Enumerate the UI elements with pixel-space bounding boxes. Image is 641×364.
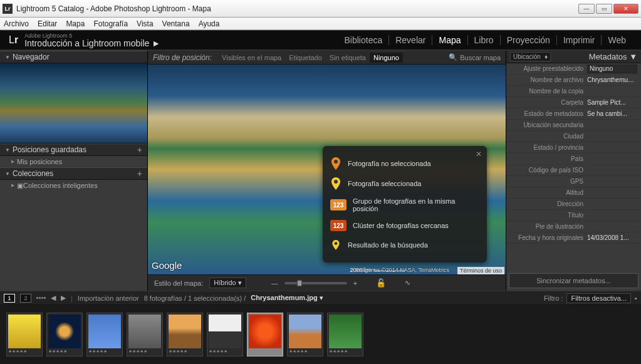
app-icon: Lr <box>3 4 13 14</box>
thumbnail[interactable]: ★★★★★ <box>86 313 123 356</box>
metadata-set-select[interactable]: Ubicación ♦ <box>510 52 551 61</box>
titlebar: Lr Lightroom 5 Catalog - Adobe Photoshop… <box>0 0 641 18</box>
metadata-value[interactable]: Se ha cambi... <box>587 110 637 117</box>
menu-ventana[interactable]: Ventana <box>162 19 190 28</box>
module-biblioteca[interactable]: Biblioteca <box>338 35 390 45</box>
right-panel: Ubicación ♦ Metadatos ▼ Ajuste preestabl… <box>506 51 641 291</box>
minimize-button[interactable]: — <box>578 4 595 14</box>
navigator-header[interactable]: ▼Navegador <box>0 51 147 63</box>
map-view[interactable]: ✕ Fotografía no seleccionadaFotografía s… <box>148 65 506 274</box>
add-collection-icon[interactable]: + <box>137 169 142 179</box>
thumbnail[interactable]: ★★★★★ <box>207 313 243 356</box>
menu-vista[interactable]: Vista <box>137 19 153 28</box>
metadata-value[interactable]: Chrysanthemum.jpg <box>587 76 637 83</box>
pin-icon <box>330 177 341 190</box>
thumbnail[interactable]: ★★★★★ <box>167 313 203 356</box>
menu-archivo[interactable]: Archivo <box>4 19 29 28</box>
legend-row: Fotografía seleccionada <box>330 174 479 194</box>
close-button[interactable]: ✕ <box>613 4 638 14</box>
zoom-slider[interactable] <box>284 282 347 284</box>
module-imprimir[interactable]: Imprimir <box>557 35 602 45</box>
metadata-row: Altitud <box>506 187 641 199</box>
filter-label: Filtro : <box>544 294 563 302</box>
svg-point-2 <box>335 242 338 245</box>
saved-positions-header[interactable]: ▼Posiciones guardadas+ <box>0 143 147 156</box>
menu-mapa[interactable]: Mapa <box>66 19 85 28</box>
metadata-row: Ciudad <box>506 131 641 142</box>
nav-back-icon[interactable]: ◀ <box>51 294 56 302</box>
screen-2-button[interactable]: 2 <box>20 294 31 303</box>
saved-positions-item[interactable]: ▶Mis posiciones <box>0 156 147 167</box>
metadata-preset-select[interactable]: Ninguno <box>587 65 637 73</box>
location-filter-bar: Filtro de posición: Visibles en el mapaE… <box>148 51 506 65</box>
metadata-row: País <box>506 153 641 165</box>
source-label[interactable]: Importación anterior <box>78 294 139 302</box>
collections-header[interactable]: ▼Colecciones+ <box>0 167 147 180</box>
pin-icon <box>331 240 340 250</box>
metadata-preset-row: Ajuste preestablecido Ninguno <box>506 63 641 75</box>
pin-icon <box>330 157 341 170</box>
metadata-row: Ubicación secundaria <box>506 120 641 131</box>
grid-icon[interactable] <box>36 297 46 299</box>
map-toolbar: Estilo del mapa: Híbrido ▾ — + 🔓 ∿ <box>148 274 506 291</box>
map-terms[interactable]: Términos de uso <box>457 267 504 274</box>
cluster-icon: 123 <box>330 220 347 231</box>
legend-row: Fotografía no seleccionada <box>330 153 479 174</box>
metadata-value[interactable]: 14/03/2008 1... <box>587 234 637 241</box>
filter-select[interactable]: Filtros desactiva... <box>566 293 631 303</box>
thumbnail[interactable]: ★★★★★ <box>327 313 363 356</box>
module-libro[interactable]: Libro <box>468 35 501 45</box>
current-file[interactable]: Chrysanthemum.jpg ▾ <box>251 294 323 302</box>
filter-opt[interactable]: Etiquetado <box>285 53 326 63</box>
metadata-row: Estado de metadatosSe ha cambi... <box>506 108 641 120</box>
nav-fwd-icon[interactable]: ▶ <box>61 294 66 302</box>
filter-opt[interactable]: Visibles en el mapa <box>218 53 285 63</box>
metadata-row: Título <box>506 210 641 221</box>
map-search[interactable]: 🔍 Buscar mapa <box>449 53 501 61</box>
maximize-button[interactable]: ▭ <box>596 4 612 14</box>
module-revelar[interactable]: Revelar <box>389 35 432 45</box>
module-mapa[interactable]: Mapa <box>432 35 467 45</box>
count-label: 8 fotografías / 1 seleccionada(s) / <box>144 294 246 302</box>
map-style-select[interactable]: Híbrido ▾ <box>209 278 246 288</box>
svg-point-1 <box>334 180 338 184</box>
logo: Lr <box>9 34 18 46</box>
filmstrip-bar: 1 2 ◀ ▶ | Importación anterior 8 fotogra… <box>0 291 641 305</box>
metadata-value[interactable]: Sample Pict... <box>587 99 637 106</box>
tagline[interactable]: Introducción a Lightroom mobile ► <box>24 39 160 48</box>
menu-fotografía[interactable]: Fotografía <box>93 19 128 28</box>
menu-ayuda[interactable]: Ayuda <box>199 19 220 28</box>
zoom-out-icon[interactable]: — <box>271 279 278 287</box>
module-web[interactable]: Web <box>602 35 632 45</box>
left-panel: ▼Navegador ▼Posiciones guardadas+ ▶Mis p… <box>0 51 148 291</box>
svg-point-0 <box>334 160 338 164</box>
navigator-map[interactable] <box>0 63 147 143</box>
screen-1-button[interactable]: 1 <box>4 294 15 303</box>
thumbnail[interactable]: ★★★★★ <box>46 313 83 356</box>
zoom-in-icon[interactable]: + <box>353 279 357 287</box>
thumbnail[interactable]: ★★★★★ <box>287 313 323 356</box>
menubar: ArchivoEditarMapaFotografíaVistaVentanaA… <box>0 18 641 30</box>
filter-opt[interactable]: Sin etiqueta <box>326 53 370 63</box>
metadata-title[interactable]: Metadatos ▼ <box>589 52 637 61</box>
lock-icon[interactable]: 🔓 <box>376 278 386 288</box>
filter-toggle-icon[interactable]: ▪ <box>635 294 637 302</box>
menu-editar[interactable]: Editar <box>38 19 57 28</box>
metadata-row: Código de país ISO <box>506 165 641 176</box>
sync-metadata-button[interactable]: Sincronizar metadatos... <box>509 273 638 288</box>
thumbnail[interactable]: ★★★★★ <box>127 313 163 356</box>
gps-track-icon[interactable]: ∿ <box>405 279 410 287</box>
add-position-icon[interactable]: + <box>137 145 142 155</box>
window-title: Lightroom 5 Catalog - Adobe Photoshop Li… <box>16 4 578 13</box>
legend-close-icon[interactable]: ✕ <box>476 150 482 159</box>
thumbnail[interactable]: ★★★★★ <box>247 313 283 356</box>
filmstrip: 1 2 ◀ ▶ | Importación anterior 8 fotogra… <box>0 291 641 364</box>
collections-item[interactable]: ▶▣ Colecciones inteligentes <box>0 180 147 191</box>
metadata-row: GPS <box>506 176 641 187</box>
legend-row: 123Grupo de fotografías en la misma posi… <box>330 194 479 216</box>
thumbnail[interactable]: ★★★★★ <box>6 313 43 356</box>
filter-opt[interactable]: Ninguno <box>370 53 403 63</box>
module-proyección[interactable]: Proyección <box>501 35 557 45</box>
legend-row: 123Clúster de fotografías cercanas <box>330 216 479 235</box>
filter-label: Filtro de posición: <box>153 53 212 62</box>
